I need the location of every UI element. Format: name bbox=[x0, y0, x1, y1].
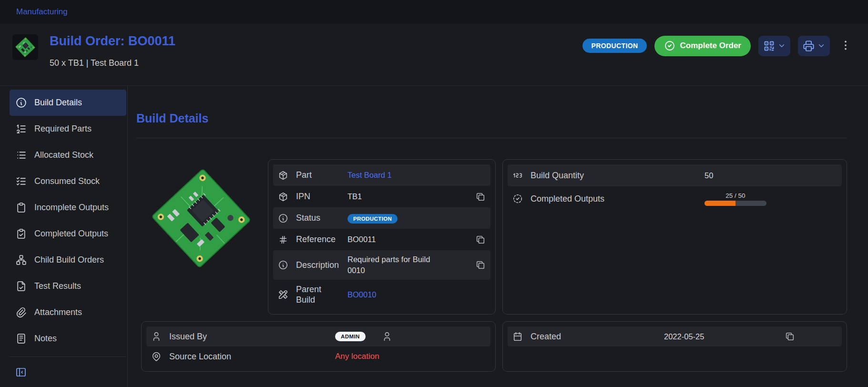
status-badge: PRODUCTION bbox=[347, 214, 398, 224]
detail-label-parent-build: Parent Build bbox=[296, 284, 347, 306]
breadcrumb-manufacturing[interactable]: Manufacturing bbox=[16, 7, 68, 17]
sidebar-item-label: Incomplete Outputs bbox=[34, 203, 109, 213]
detail-row-status: Status PRODUCTION bbox=[273, 207, 490, 229]
clipboard-check-icon bbox=[15, 228, 27, 240]
info-circle-icon bbox=[15, 97, 27, 109]
calendar-icon bbox=[512, 331, 523, 342]
copy-icon[interactable] bbox=[475, 192, 486, 202]
more-actions-button[interactable] bbox=[839, 39, 852, 53]
print-actions-button[interactable] bbox=[798, 36, 830, 56]
printer-icon bbox=[802, 40, 815, 52]
description-value: Required parts for Build 0010 bbox=[347, 254, 431, 276]
part-thumbnail[interactable] bbox=[12, 34, 38, 60]
build-quantity-label: Build Quantity bbox=[531, 171, 705, 181]
chevron-down-icon bbox=[817, 41, 826, 50]
chevron-down-icon bbox=[777, 41, 786, 50]
copy-icon[interactable] bbox=[475, 260, 486, 270]
sidebar-item-label: Build Details bbox=[34, 98, 82, 108]
created-value: 2022-05-25 bbox=[664, 332, 704, 341]
tools-icon bbox=[278, 289, 288, 300]
sidebar-item-label: Test Results bbox=[34, 281, 81, 291]
detail-label-status: Status bbox=[296, 213, 347, 224]
sidebar-item-completed-outputs[interactable]: Completed Outputs bbox=[10, 221, 126, 247]
progress-text: 25 / 50 bbox=[725, 192, 745, 199]
sidebar-item-label: Completed Outputs bbox=[34, 229, 108, 239]
sidebar-item-label: Attachments bbox=[34, 307, 82, 317]
collapse-sidebar-button[interactable] bbox=[10, 362, 126, 383]
completed-outputs-label: Completed Outputs bbox=[531, 194, 705, 204]
list-check-icon bbox=[15, 175, 27, 187]
circle-check-icon bbox=[664, 40, 675, 51]
header-actions: PRODUCTION Complete Order bbox=[582, 35, 852, 56]
copy-icon[interactable] bbox=[475, 234, 486, 245]
reference-value: BO0011 bbox=[347, 235, 475, 244]
map-pin-icon bbox=[151, 351, 162, 362]
sidebar-item-child-build-orders[interactable]: Child Build Orders bbox=[10, 247, 126, 273]
detail-row-description: Description Required parts for Build 001… bbox=[273, 250, 490, 280]
content-area: Build Details Required Parts Allocated S… bbox=[0, 86, 868, 387]
copy-icon[interactable] bbox=[785, 331, 795, 342]
sitemap-icon bbox=[15, 254, 27, 266]
user-icon bbox=[382, 331, 392, 342]
part-image[interactable] bbox=[141, 159, 261, 315]
sidebar-item-test-results[interactable]: Test Results bbox=[10, 273, 126, 299]
ipn-value: TB1 bbox=[347, 192, 475, 201]
package-icon bbox=[278, 192, 288, 202]
sidebar-item-incomplete-outputs[interactable]: Incomplete Outputs bbox=[10, 194, 126, 221]
heading-divider bbox=[136, 138, 847, 138]
sidebar-item-notes[interactable]: Notes bbox=[10, 326, 126, 352]
info-circle-icon bbox=[278, 260, 288, 270]
created-label: Created bbox=[531, 332, 664, 342]
detail-row-parent-build: Parent Build BO0010 bbox=[273, 280, 490, 309]
sidebar-item-build-details[interactable]: Build Details bbox=[10, 90, 126, 116]
progress-check-icon bbox=[512, 194, 523, 204]
source-location-label: Source Location bbox=[169, 352, 335, 362]
package-icon bbox=[278, 170, 288, 181]
progress-bar-fill bbox=[705, 201, 735, 206]
sidebar-item-label: Allocated Stock bbox=[34, 150, 93, 160]
hash-icon bbox=[278, 234, 288, 245]
sidebar-item-attachments[interactable]: Attachments bbox=[10, 299, 126, 326]
list-icon bbox=[15, 149, 27, 161]
sidebar-divider bbox=[10, 356, 126, 357]
sidebar-item-required-parts[interactable]: Required Parts bbox=[10, 116, 126, 142]
sidebar-item-label: Notes bbox=[34, 334, 57, 344]
sidebar-item-allocated-stock[interactable]: Allocated Stock bbox=[10, 142, 126, 168]
detail-row-completed-outputs: Completed Outputs 25 / 50 bbox=[508, 186, 842, 211]
sidebar: Build Details Required Parts Allocated S… bbox=[0, 86, 128, 387]
detail-row-issued-by: Issued By ADMIN bbox=[146, 326, 490, 346]
issue-table: Issued By ADMIN Source Location Any loca… bbox=[141, 321, 496, 372]
collapse-sidebar-icon bbox=[15, 367, 27, 378]
status-badge: PRODUCTION bbox=[582, 39, 646, 53]
section-heading: Build Details bbox=[136, 112, 847, 125]
file-check-icon bbox=[15, 280, 27, 292]
pcb-thumbnail-image bbox=[13, 35, 37, 59]
issued-by-badge: ADMIN bbox=[335, 332, 366, 341]
detail-row-reference: Reference BO0011 bbox=[273, 229, 490, 250]
sidebar-item-label: Child Build Orders bbox=[34, 255, 104, 265]
detail-label-part: Part bbox=[296, 170, 347, 181]
build-details-table: Part Test Board 1 IPN TB1 Status PRODUCT… bbox=[268, 159, 496, 315]
detail-row-part: Part Test Board 1 bbox=[273, 164, 490, 186]
complete-order-button[interactable]: Complete Order bbox=[654, 36, 751, 56]
qrcode-icon bbox=[763, 40, 776, 52]
build-quantity-table: Build Quantity 50 Completed Outputs 25 /… bbox=[502, 159, 847, 315]
part-link[interactable]: Test Board 1 bbox=[347, 171, 486, 180]
sidebar-item-label: Required Parts bbox=[34, 124, 92, 134]
barcode-actions-button[interactable] bbox=[758, 36, 790, 56]
build-quantity-value: 50 bbox=[705, 171, 713, 180]
page-title: Build Order: BO0011 bbox=[50, 34, 175, 48]
paperclip-icon bbox=[15, 306, 27, 318]
breadcrumb: Manufacturing bbox=[0, 0, 868, 24]
detail-label-reference: Reference bbox=[296, 234, 347, 245]
header-title-group: Build Order: BO0011 50 x TB1 | Test Boar… bbox=[12, 34, 175, 85]
sidebar-item-consumed-stock[interactable]: Consumed Stock bbox=[10, 168, 126, 194]
detail-row-ipn: IPN TB1 bbox=[273, 186, 490, 207]
info-circle-icon bbox=[278, 213, 288, 224]
detail-label-description: Description bbox=[296, 260, 347, 271]
created-table: Created 2022-05-25 bbox=[502, 321, 847, 372]
detail-row-created: Created 2022-05-25 bbox=[508, 326, 842, 346]
source-location-value: Any location bbox=[335, 352, 379, 361]
parent-build-link[interactable]: BO0010 bbox=[347, 290, 486, 299]
main-panel: Build Details Part Test Board 1 IPN bbox=[128, 86, 868, 387]
